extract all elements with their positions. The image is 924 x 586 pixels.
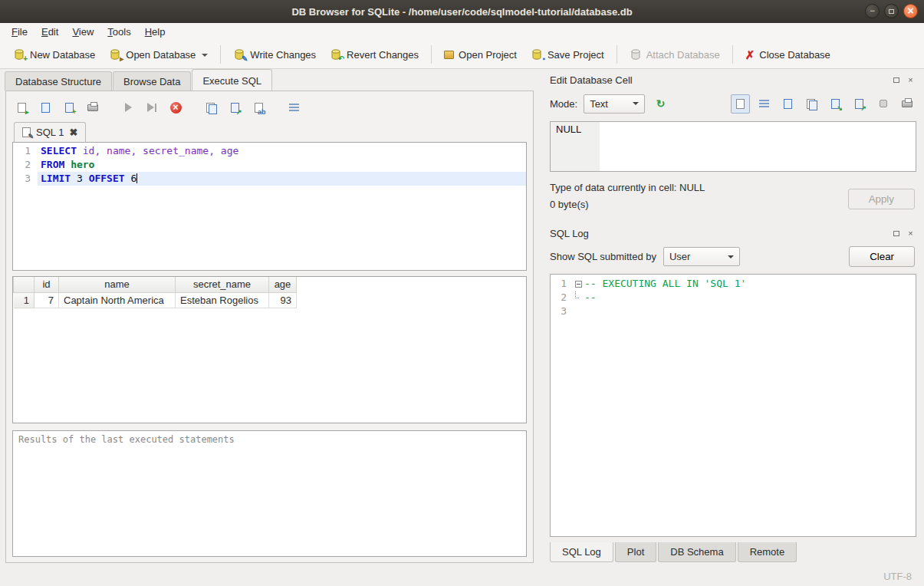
export-cell-button[interactable]: ↗ [850, 94, 869, 114]
menu-view[interactable]: View [65, 23, 100, 41]
tab-sql-log[interactable]: SQL Log [550, 542, 613, 562]
tab-plot[interactable]: Plot [615, 542, 656, 562]
sql-toolbar: ▸ + ↗ ab [12, 97, 527, 118]
save-project-button[interactable]: ▪ Save Project [524, 44, 611, 65]
close-button[interactable] [903, 4, 918, 18]
export-sql-icon: ↗ [231, 103, 239, 113]
sql-log-title: SQL Log [550, 228, 887, 239]
column-header-id[interactable]: id [35, 277, 59, 292]
submitted-by-value: User [669, 251, 690, 262]
encoding-indicator[interactable]: UTF-8 [883, 571, 912, 582]
tab-execute-sql[interactable]: Execute SQL [192, 69, 272, 91]
db-browser-window: DB Browser for SQLite - /home/user/code/… [0, 0, 924, 586]
revert-changes-button[interactable]: ↶ Revert Changes [323, 44, 426, 65]
save-sql-as-icon: + [65, 103, 74, 113]
sql-tab-close-icon[interactable]: ✖ [69, 127, 77, 137]
cell-secret-name[interactable]: Esteban Rogelios [176, 292, 269, 308]
execute-current-line-button[interactable] [143, 98, 161, 117]
row-number-cell[interactable]: 1 [14, 292, 35, 308]
tab-browse-data[interactable]: Browse Data [113, 71, 191, 91]
toolbar-separator [220, 45, 221, 64]
column-header-secret-name[interactable]: secret_name [176, 277, 269, 292]
menu-help[interactable]: Help [138, 23, 173, 41]
tab-db-schema[interactable]: DB Schema [658, 542, 735, 562]
stop-execution-button[interactable] [166, 98, 185, 117]
print-sql-button[interactable] [84, 98, 102, 117]
main-toolbar: + New Database ▸ Open Database ✎ Write C… [0, 41, 924, 69]
set-null-button[interactable] [873, 94, 893, 114]
text-mode-button[interactable] [731, 94, 750, 114]
close-dock-button[interactable]: × [905, 228, 916, 239]
row-number-header[interactable] [14, 277, 35, 292]
sql-tab[interactable]: ✎ SQL 1 ✖ [14, 122, 86, 142]
line-number: 3 [551, 305, 572, 318]
code-text: FROM hero [38, 158, 526, 172]
cell-name[interactable]: Captain North America [59, 292, 176, 308]
save-sql-as-button[interactable]: + [60, 98, 78, 117]
log-text: -- [584, 291, 597, 305]
tab-database-structure[interactable]: Database Structure [5, 71, 112, 91]
maximize-icon [889, 9, 894, 14]
minimize-button[interactable] [865, 4, 880, 18]
open-database-dropdown-icon[interactable] [202, 54, 208, 60]
text-mode-icon [736, 99, 745, 109]
mode-select[interactable]: Text [584, 94, 645, 114]
import-cell-button[interactable]: ↘ [826, 94, 845, 114]
word-wrap-button[interactable] [755, 94, 774, 114]
cell-editor[interactable]: NULL [550, 121, 916, 172]
duplicate-tab-button[interactable] [202, 98, 220, 117]
close-database-button[interactable]: ✗ Close Database [738, 44, 837, 65]
menu-tools[interactable]: Tools [100, 23, 137, 41]
cell-age[interactable]: 93 [269, 292, 297, 308]
open-database-button[interactable]: ▸ Open Database [102, 44, 215, 65]
toolbar-label: Close Database [759, 49, 830, 61]
float-icon [893, 231, 899, 236]
toolbar-label: Attach Database [646, 49, 720, 61]
sql-log-dock-header: SQL Log × [550, 226, 916, 241]
cell-id[interactable]: 7 [35, 292, 59, 308]
line-number: 2 [13, 158, 38, 172]
open-project-button[interactable]: Open Project [437, 44, 524, 65]
word-wrap-icon [759, 100, 769, 107]
clear-button[interactable]: Clear [849, 246, 915, 267]
apply-button[interactable]: Apply [848, 189, 915, 209]
print-cell-button[interactable] [897, 94, 916, 114]
new-database-button[interactable]: + New Database [6, 44, 102, 65]
column-header-name[interactable]: name [59, 277, 176, 292]
menu-file[interactable]: File [5, 23, 35, 41]
float-dock-button[interactable] [890, 74, 902, 86]
copy-cell-button[interactable] [802, 94, 821, 114]
tab-remote[interactable]: Remote [738, 542, 797, 562]
auto-mode-button[interactable]: ↻ [651, 94, 670, 114]
maximize-button[interactable] [884, 4, 899, 18]
submitted-by-select[interactable]: User [663, 247, 740, 266]
menu-edit[interactable]: Edit [35, 23, 65, 41]
attach-database-button[interactable]: Attach Database [623, 44, 727, 65]
fold-marker[interactable] [572, 277, 584, 291]
text-cursor [136, 173, 137, 183]
close-dock-button[interactable]: × [905, 74, 916, 86]
column-header-age[interactable]: age [269, 277, 297, 292]
open-sql-file-button[interactable]: ▸ [12, 98, 31, 117]
titlebar: DB Browser for SQLite - /home/user/code/… [0, 0, 924, 23]
code-line: 1 SELECT id, name, secret_name, age [13, 144, 526, 158]
open-project-icon [444, 51, 454, 59]
import-icon: ↘ [831, 99, 840, 109]
find-replace-button[interactable]: ab [249, 98, 268, 117]
write-changes-button[interactable]: ✎ Write Changes [226, 44, 323, 65]
format-sql-button[interactable] [284, 98, 303, 117]
sql-code-editor[interactable]: 1 SELECT id, name, secret_name, age 2 FR… [12, 142, 527, 271]
main-area: Database Structure Browse Data Execute S… [0, 69, 924, 566]
open-file-button[interactable] [778, 94, 797, 114]
float-dock-button[interactable] [890, 228, 902, 239]
cell-editor-content[interactable] [600, 122, 916, 171]
save-sql-file-button[interactable] [36, 98, 54, 117]
toolbar-label: New Database [30, 49, 95, 61]
results-grid[interactable]: id name secret_name age 1 7 Captain Nort… [12, 276, 527, 423]
bottom-dock-tabs: SQL Log Plot DB Schema Remote [550, 542, 916, 562]
execute-all-button[interactable] [119, 98, 137, 117]
toolbar-separator [732, 45, 733, 64]
export-sql-button[interactable]: ↗ [225, 98, 244, 117]
sql-log-editor[interactable]: 1 -- EXECUTING ALL IN 'SQL 1' 2 -- 3 [550, 274, 916, 537]
statusbar: UTF-8 [0, 566, 924, 586]
